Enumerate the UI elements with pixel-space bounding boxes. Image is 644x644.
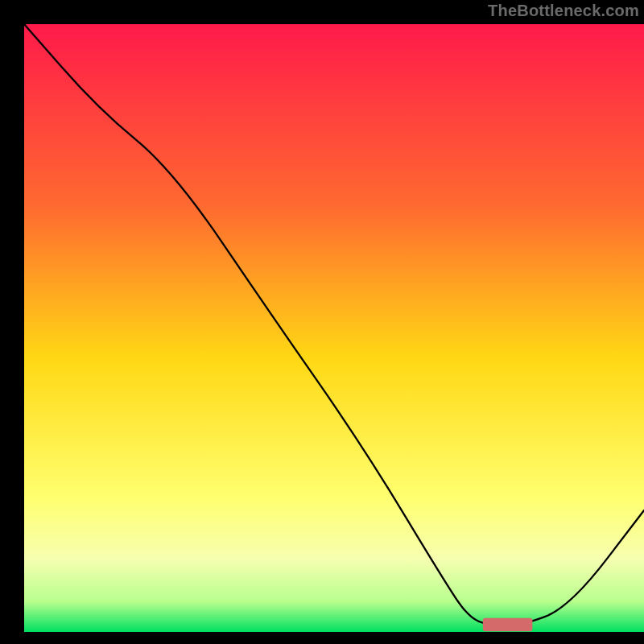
gradient-background — [24, 24, 644, 632]
watermark-text: TheBottleneck.com — [488, 2, 639, 20]
plot-area — [24, 24, 644, 632]
chart-svg — [24, 24, 644, 632]
chart-frame: TheBottleneck.com — [12, 0, 644, 644]
optimal-range-marker — [483, 618, 533, 632]
